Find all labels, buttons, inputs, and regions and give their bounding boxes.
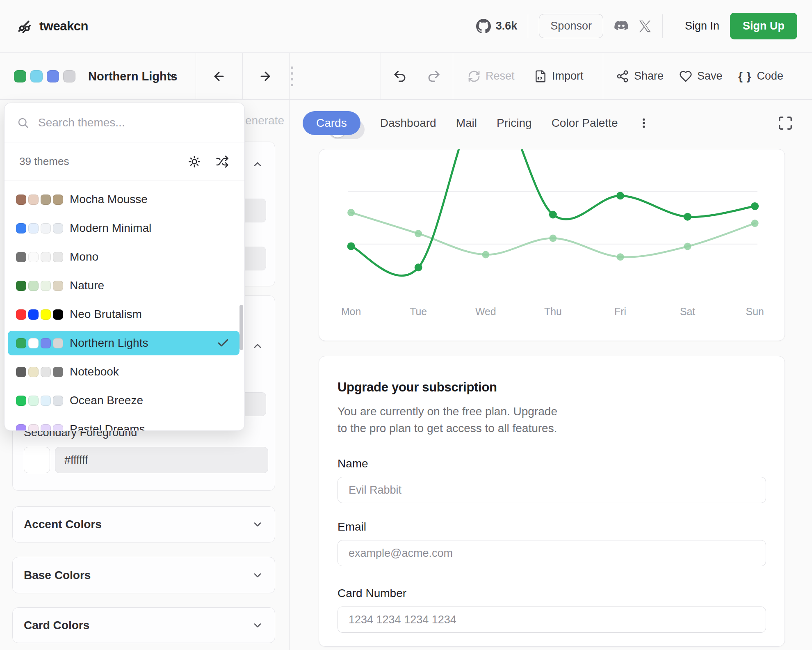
generate-button-partial[interactable]: enerate [245, 114, 286, 127]
theme-option-label: Nature [70, 279, 104, 292]
tab-mail[interactable]: Mail [456, 111, 477, 135]
heart-icon [679, 70, 692, 83]
shuffle-icon[interactable] [216, 155, 229, 168]
back-arrow-button[interactable] [212, 69, 226, 83]
theme-option-modern-minimal[interactable]: Modern Minimal [8, 216, 239, 240]
code-label: Code [757, 70, 783, 82]
tab-dashboard[interactable]: Dashboard [380, 111, 436, 135]
forward-arrow-button[interactable] [258, 69, 272, 83]
theme-color-swatches [16, 309, 63, 320]
reset-label: Reset [486, 70, 515, 82]
x-twitter-link[interactable] [639, 20, 652, 33]
color-swatch [41, 396, 51, 406]
theme-color-swatches [16, 424, 63, 431]
color-swatch [28, 252, 39, 262]
theme-color-swatches [16, 396, 63, 406]
theme-option-pastel-dreams[interactable]: Pastel Dreams [8, 417, 239, 430]
color-swatch [16, 338, 26, 348]
color-swatch [41, 424, 51, 431]
card-number-label: Card Number [338, 587, 766, 600]
card-number-field[interactable] [338, 607, 766, 633]
card-colors-section[interactable]: Card Colors [12, 607, 275, 643]
more-tabs-button[interactable] [638, 117, 650, 129]
chevron-up-icon[interactable] [252, 158, 263, 170]
reset-icon [468, 70, 481, 83]
sun-mode-icon[interactable] [188, 155, 201, 168]
chevron-down-icon [252, 620, 263, 631]
email-field[interactable] [338, 540, 766, 566]
color-swatch [53, 223, 63, 233]
theme-option-notebook[interactable]: Notebook [8, 359, 239, 384]
sign-up-button[interactable]: Sign Up [730, 13, 797, 39]
chevron-up-icon[interactable] [252, 340, 263, 352]
code-button[interactable]: { } Code [738, 53, 783, 99]
reset-button[interactable]: Reset [468, 53, 515, 99]
check-icon [217, 336, 230, 350]
fullscreen-icon[interactable] [778, 115, 793, 131]
sliders-logo-icon [16, 18, 32, 34]
sponsor-button[interactable]: Sponsor [539, 14, 603, 38]
theme-option-label: Northern Lights [70, 336, 148, 350]
description-line: You are currently on the free plan. Upgr… [338, 403, 766, 420]
toolbar-divider [381, 53, 381, 99]
sign-in-button[interactable]: Sign In [685, 20, 719, 32]
secondary-foreground-swatch[interactable] [24, 447, 50, 473]
header-actions: 3.6k Sponsor Sign In Sign Up [476, 13, 797, 39]
accent-colors-section[interactable]: Accent Colors [12, 506, 275, 542]
theme-option-northern-lights[interactable]: Northern Lights [8, 331, 239, 355]
theme-option-mono[interactable]: Mono [8, 245, 239, 269]
base-colors-label: Base Colors [24, 569, 91, 582]
chevron-down-icon[interactable] [167, 71, 178, 82]
theme-color-swatches [16, 223, 63, 233]
theme-option-mocha-mousse[interactable]: Mocha Mousse [8, 187, 239, 212]
github-stars-link[interactable]: 3.6k [476, 19, 518, 34]
color-swatch [28, 396, 39, 406]
discord-link[interactable] [613, 18, 630, 34]
theme-color-swatches [16, 281, 63, 291]
theme-option-label: Pastel Dreams [70, 423, 145, 430]
tab-cards[interactable]: Cards [303, 111, 360, 135]
name-label: Name [338, 457, 766, 470]
svg-text:Fri: Fri [614, 306, 626, 317]
theme-option-nature[interactable]: Nature [8, 273, 239, 298]
header-divider [528, 14, 528, 38]
color-swatch [41, 367, 51, 377]
import-label: Import [552, 70, 584, 82]
color-swatch [16, 424, 26, 431]
redo-button[interactable] [427, 69, 441, 84]
search-icon [17, 117, 29, 129]
kebab-menu-icon [638, 117, 650, 129]
share-button[interactable]: Share [616, 53, 664, 99]
svg-text:Sat: Sat [680, 306, 695, 317]
theme-color-swatches [16, 195, 63, 205]
theme-option-neo-brutalism[interactable]: Neo Brutalism [8, 302, 239, 327]
panel-resize-handle[interactable] [289, 66, 295, 86]
theme-option-label: Neo Brutalism [70, 308, 142, 321]
current-theme-swatches[interactable] [14, 70, 75, 82]
secondary-foreground-hex-input[interactable] [55, 447, 268, 473]
color-swatch [53, 424, 63, 431]
save-button[interactable]: Save [679, 53, 723, 99]
base-colors-section[interactable]: Base Colors [12, 557, 275, 593]
theme-search-input[interactable] [38, 116, 232, 129]
color-swatch [28, 338, 39, 348]
undo-button[interactable] [392, 69, 407, 84]
toolbar-divider [603, 53, 603, 99]
theme-selector[interactable]: Northern Lights [88, 69, 178, 83]
save-label: Save [697, 70, 723, 82]
dropdown-scrollbar-thumb[interactable] [239, 305, 243, 350]
tab-color-palette[interactable]: Color Palette [552, 111, 618, 135]
theme-search-row [5, 103, 244, 142]
toolbar-divider [453, 53, 453, 99]
color-swatch [28, 195, 39, 205]
import-button[interactable]: Import [534, 53, 584, 99]
tab-pricing[interactable]: Pricing [497, 111, 532, 135]
theme-option-ocean-breeze[interactable]: Ocean Breeze [8, 388, 239, 413]
svg-text:Sun: Sun [746, 306, 764, 317]
subscription-description: You are currently on the free plan. Upgr… [338, 403, 766, 437]
color-swatch [53, 338, 63, 348]
color-swatch [28, 367, 39, 377]
name-field[interactable] [338, 477, 766, 503]
logo[interactable]: tweakcn [16, 18, 88, 34]
color-swatch [53, 252, 63, 262]
